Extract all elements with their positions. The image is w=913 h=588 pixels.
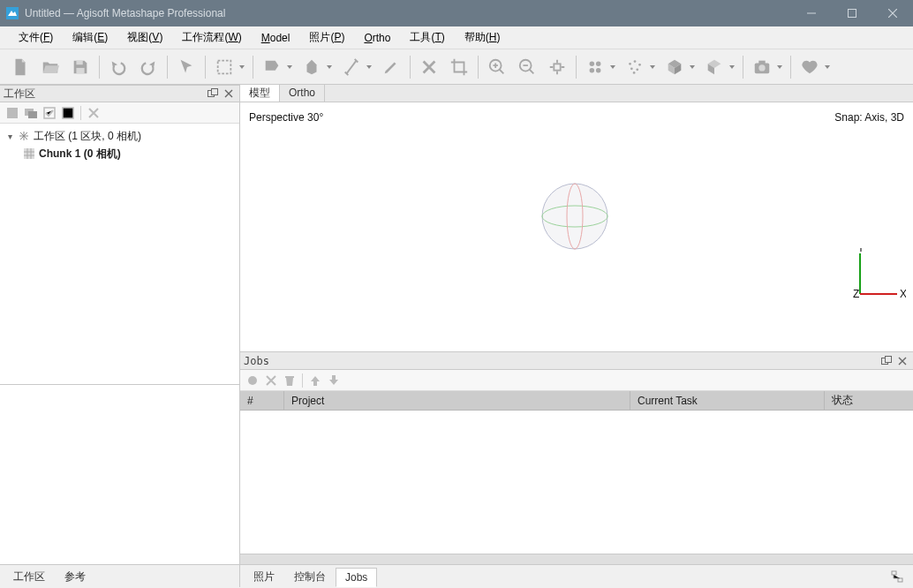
add-photos-button[interactable]: [22, 104, 40, 122]
menu-workflow[interactable]: 工作流程(W): [172, 27, 251, 48]
move-region-tool[interactable]: [258, 53, 286, 81]
show-cameras-dropdown[interactable]: [607, 53, 618, 81]
svg-point-17: [633, 72, 636, 74]
workspace-panel: 工作区 ▾ 工作区 (1 区块, 0 相机) Chunk 1 (0 相机): [0, 85, 240, 564]
zoom-out-button[interactable]: [513, 53, 541, 81]
bottom-tab-reference[interactable]: 参考: [55, 568, 95, 587]
jobs-col-status[interactable]: 状态: [825, 391, 913, 410]
svg-point-12: [629, 62, 631, 64]
disable-button[interactable]: [59, 104, 77, 122]
viewport-3d[interactable]: Perspective 30° Snap: Axis, 3D Y X Z: [240, 102, 913, 351]
rect-select-dropdown[interactable]: [237, 53, 247, 81]
rect-select-tool[interactable]: [210, 53, 238, 81]
menu-ortho[interactable]: Ortho: [354, 29, 400, 47]
save-button[interactable]: [66, 53, 94, 81]
transform-tool[interactable]: [298, 53, 326, 81]
menu-model[interactable]: Model: [252, 29, 300, 47]
svg-rect-39: [898, 578, 902, 582]
reset-view-button[interactable]: [543, 53, 571, 81]
navigate-tool[interactable]: [172, 53, 200, 81]
titlebar: Untitled — Agisoft Metashape Professiona…: [0, 0, 913, 26]
jobs-panel-title: Jobs: [244, 355, 878, 367]
undo-button[interactable]: [104, 53, 132, 81]
jobs-record-button[interactable]: [244, 372, 261, 389]
menu-help[interactable]: 帮助(H): [455, 27, 510, 48]
svg-rect-37: [285, 376, 294, 378]
svg-rect-35: [886, 356, 892, 362]
close-button[interactable]: [872, 0, 913, 26]
menu-view[interactable]: 视图(V): [117, 27, 172, 48]
show-cameras-button[interactable]: [581, 53, 609, 81]
favorite-dropdown[interactable]: [822, 53, 833, 81]
ruler-dropdown[interactable]: [364, 53, 374, 81]
workspace-close-button[interactable]: [222, 87, 236, 101]
shaded-dropdown[interactable]: [727, 53, 737, 81]
view-tab-model[interactable]: 模型: [240, 84, 280, 102]
jobs-hscroll[interactable]: [240, 554, 913, 564]
model-view-button[interactable]: [660, 53, 689, 81]
ruler-tool[interactable]: [337, 53, 366, 81]
zoom-in-button[interactable]: [483, 53, 511, 81]
shaded-button[interactable]: [700, 53, 728, 81]
svg-rect-23: [7, 108, 18, 118]
capture-view-dropdown[interactable]: [774, 53, 785, 81]
workspace-undock-button[interactable]: [206, 87, 220, 101]
menu-file[interactable]: 文件(F): [9, 27, 63, 48]
new-button[interactable]: [6, 53, 34, 81]
tree-chunk[interactable]: Chunk 1 (0 相机): [2, 145, 238, 162]
point-cloud-button[interactable]: [621, 53, 649, 81]
jobs-col-project[interactable]: Project: [284, 391, 630, 410]
jobs-col-num[interactable]: #: [240, 391, 284, 410]
jobs-down-button[interactable]: [325, 372, 343, 389]
open-button[interactable]: [36, 53, 64, 81]
delete-tool[interactable]: [415, 53, 443, 81]
app-icon: [5, 6, 19, 20]
bottom-tab-console[interactable]: 控制台: [284, 568, 336, 587]
svg-point-10: [590, 67, 595, 72]
enable-button[interactable]: [41, 104, 58, 122]
jobs-delete-button[interactable]: [281, 372, 298, 389]
add-chunk-button[interactable]: [4, 104, 21, 122]
menu-tools[interactable]: 工具(T): [400, 27, 454, 48]
jobs-up-button[interactable]: [306, 372, 324, 389]
workspace-icon: [18, 130, 30, 142]
svg-point-14: [638, 63, 641, 65]
tree-root[interactable]: ▾ 工作区 (1 区块, 0 相机): [2, 127, 238, 145]
view-tab-ortho[interactable]: Ortho: [280, 84, 325, 102]
status-network-icon[interactable]: [888, 568, 906, 585]
draw-tool[interactable]: [377, 53, 405, 81]
menu-bar: 文件(F) 编辑(E) 视图(V) 工作流程(W) Model 照片(P) Or…: [0, 26, 913, 49]
remove-button[interactable]: [85, 104, 102, 122]
window-title: Untitled — Agisoft Metashape Professiona…: [25, 7, 791, 19]
jobs-undock-button[interactable]: [879, 354, 894, 368]
jobs-cancel-button[interactable]: [262, 372, 280, 389]
snap-label: Snap: Axis, 3D: [834, 111, 904, 124]
crop-tool[interactable]: [445, 53, 473, 81]
workspace-tree[interactable]: ▾ 工作区 (1 区块, 0 相机) Chunk 1 (0 相机): [0, 124, 239, 384]
jobs-col-task[interactable]: Current Task: [630, 391, 825, 410]
maximize-button[interactable]: [832, 0, 872, 26]
model-view-dropdown[interactable]: [687, 53, 698, 81]
bottom-tab-workspace[interactable]: 工作区: [4, 568, 55, 587]
capture-view-button[interactable]: [748, 53, 776, 81]
redo-button[interactable]: [134, 53, 162, 81]
chunk-icon: [23, 147, 35, 160]
menu-edit[interactable]: 编辑(E): [63, 27, 117, 48]
jobs-close-button[interactable]: [895, 354, 909, 368]
svg-point-9: [596, 61, 601, 66]
minimize-button[interactable]: [791, 0, 832, 26]
menu-photo[interactable]: 照片(P): [299, 27, 354, 48]
axis-x-label: X: [900, 288, 906, 300]
jobs-toolbar: [240, 370, 913, 391]
perspective-label: Perspective 30°: [249, 111, 323, 124]
svg-rect-1: [849, 10, 856, 18]
bottom-tab-jobs[interactable]: Jobs: [336, 568, 377, 587]
svg-rect-25: [28, 111, 37, 118]
point-cloud-dropdown[interactable]: [647, 53, 658, 81]
favorite-button[interactable]: [796, 53, 824, 81]
svg-point-19: [758, 64, 765, 71]
transform-dropdown[interactable]: [324, 53, 335, 81]
trackball-gizmo[interactable]: [540, 182, 609, 253]
bottom-tab-photos[interactable]: 照片: [244, 568, 284, 587]
move-region-dropdown[interactable]: [284, 53, 295, 81]
